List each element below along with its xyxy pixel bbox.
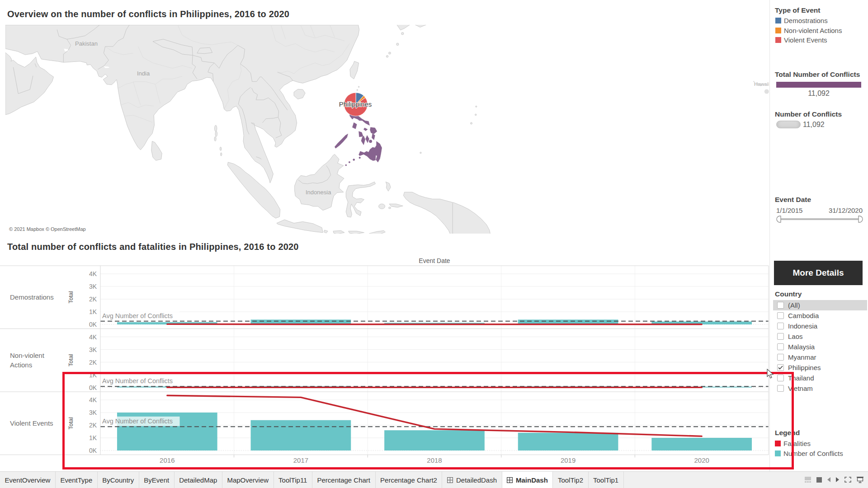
legend-item-number-of-conflicts[interactable]: Number of Conflicts (775, 450, 843, 457)
row-label-violent-events: Violent Events (10, 419, 53, 427)
tile-view-icon[interactable] (805, 477, 811, 483)
tab-label: EventType (60, 476, 92, 484)
legend-item-fatalities[interactable]: Fatalities (775, 440, 811, 447)
total-conflicts-title: Total Number of Conflicts (775, 70, 860, 79)
caret-right-icon[interactable] (836, 477, 839, 482)
checkbox--all-[interactable] (777, 302, 784, 309)
bar-violent-events-2018[interactable] (384, 430, 485, 450)
tab-eventoverview[interactable]: EventOverview (0, 472, 56, 488)
bar-violent-events-2020[interactable] (651, 438, 752, 450)
tab-percentage-chart[interactable]: Percentage Chart (312, 472, 376, 488)
country-option-malaysia[interactable]: Malaysia (773, 342, 867, 352)
type-of-event-label: Non-violent Actions (784, 27, 842, 34)
tab-tooltip1[interactable]: ToolTip1 (589, 472, 624, 488)
country-option-indonesia[interactable]: Indonesia (773, 321, 867, 331)
country-option-laos[interactable]: Laos (773, 331, 867, 342)
type-of-event-item-demostrations[interactable]: Demostrations (775, 17, 828, 24)
country-option-label: Malaysia (788, 343, 815, 351)
fatalities-line-violent-events[interactable] (167, 395, 702, 436)
x-tick-label-2016: 2016 (160, 456, 175, 464)
slider-handle-left[interactable] (777, 216, 781, 222)
x-tick-label-2017: 2017 (293, 456, 308, 464)
checkbox-thailand[interactable] (777, 375, 784, 381)
map[interactable]: Pakistan India Indonesia Hawaii Philippi… (5, 25, 769, 234)
x-axis-title: Event Date (419, 257, 450, 264)
y-tick-label: 2K (89, 359, 97, 366)
tab-bycountry[interactable]: ByCountry (98, 472, 139, 488)
dashboard-grid-icon (447, 477, 453, 483)
x-tick-label-2018: 2018 (427, 456, 442, 464)
y-axis-title: Total (67, 354, 74, 366)
country-option-philippines[interactable]: Philippines (773, 362, 867, 373)
country-option-label: Philippines (788, 364, 821, 371)
sheet-tab-bar: EventOverviewEventTypeByCountryByEventDe… (0, 471, 868, 488)
country-option-label: Thailand (788, 374, 814, 382)
dashboard-grid-icon (507, 477, 513, 483)
avg-line-label: Avg Number of Conflicts (102, 312, 173, 319)
y-tick-label: 0K (89, 447, 97, 454)
slider-track[interactable] (778, 218, 861, 220)
legend-item-label: Number of Conflicts (783, 450, 843, 457)
country-option--all-[interactable]: (All) (773, 300, 867, 310)
tab-maindash[interactable]: MainDash (502, 472, 553, 488)
event-date-slider[interactable] (776, 215, 863, 223)
country-option-myanmar[interactable]: Myanmar (773, 352, 867, 362)
tab-tooltip2[interactable]: ToolTip2 (553, 472, 588, 488)
sidebar: Type of Event DemostrationsNon-violent A… (769, 0, 868, 471)
checkbox-malaysia[interactable] (777, 343, 784, 350)
checkbox-laos[interactable] (777, 333, 784, 340)
fullscreen-icon[interactable] (844, 477, 851, 483)
map-label-hawaii: Hawaii (754, 81, 769, 87)
country-option-vietnam[interactable]: Vietnam (773, 383, 867, 394)
y-tick-label: 4K (89, 396, 97, 404)
slider-handle-right[interactable] (859, 216, 863, 222)
country-option-label: (All) (788, 301, 800, 309)
checkbox-myanmar[interactable] (777, 354, 784, 361)
caret-left-icon[interactable] (827, 477, 830, 482)
checkbox-vietnam[interactable] (777, 385, 784, 392)
bar-violent-events-2017[interactable] (251, 420, 351, 450)
y-tick-label: 1K (89, 434, 97, 441)
checkbox-philippines-checked[interactable] (777, 364, 784, 371)
y-tick-label: 1K (89, 308, 97, 315)
stop-icon[interactable] (816, 477, 822, 483)
y-axis-title: Total (67, 291, 74, 304)
event-date-end: 31/12/2020 (829, 206, 863, 214)
x-tick-label-2019: 2019 (561, 456, 576, 464)
tab-detaileddash[interactable]: DetailedDash (442, 472, 502, 488)
type-of-event-label: Demostrations (784, 17, 828, 24)
map-canvas[interactable]: Pakistan India Indonesia Hawaii Philippi… (5, 25, 769, 234)
y-tick-label: 4K (89, 333, 97, 341)
type-of-event-item-non-violent-actions[interactable]: Non-violent Actions (775, 27, 842, 34)
more-details-button[interactable]: More Details (774, 261, 863, 285)
swatch-number-of-conflicts (775, 450, 781, 456)
tab-label: ByCountry (102, 476, 134, 484)
map-attribution: © 2021 Mapbox © OpenStreetMap (6, 225, 89, 233)
country-option-thailand[interactable]: Thailand (773, 373, 867, 383)
tab-byevent[interactable]: ByEvent (139, 472, 175, 488)
total-conflicts-bar[interactable] (776, 82, 861, 88)
map-label-philippines: Philippines (339, 100, 372, 108)
tab-detailedmap[interactable]: DetailedMap (175, 472, 222, 488)
section-title: Total number of conflicts and fatalities… (7, 242, 299, 252)
presentation-screen-icon[interactable] (857, 477, 863, 483)
country-option-label: Cambodia (788, 312, 819, 319)
mouse-cursor (767, 369, 774, 380)
number-of-conflicts-pill[interactable] (776, 121, 801, 128)
tab-percentage-chart2[interactable]: Percentage Chart2 (376, 472, 443, 488)
checkbox-cambodia[interactable] (777, 312, 784, 319)
checkbox-indonesia[interactable] (777, 323, 784, 329)
conflicts-fatalities-chart[interactable]: Event Date0K1K2K3K4KDemostrationsTotalAv… (0, 253, 773, 471)
y-tick-label: 0K (89, 384, 97, 391)
tab-mapoverview[interactable]: MapOverview (222, 472, 274, 488)
bar-violent-events-2019[interactable] (518, 433, 618, 450)
swatch-fatalities (775, 441, 781, 446)
map-label-pakistan: Pakistan (75, 40, 98, 47)
tab-eventtype[interactable]: EventType (56, 472, 98, 488)
type-of-event-item-violent-events[interactable]: Violent Events (775, 36, 827, 44)
tab-tooltip11[interactable]: ToolTip11 (274, 472, 312, 488)
tab-label: DetailedMap (179, 476, 217, 484)
tab-label: ToolTip1 (593, 476, 618, 484)
y-tick-label: 3K (89, 283, 97, 290)
country-option-cambodia[interactable]: Cambodia (773, 310, 867, 321)
